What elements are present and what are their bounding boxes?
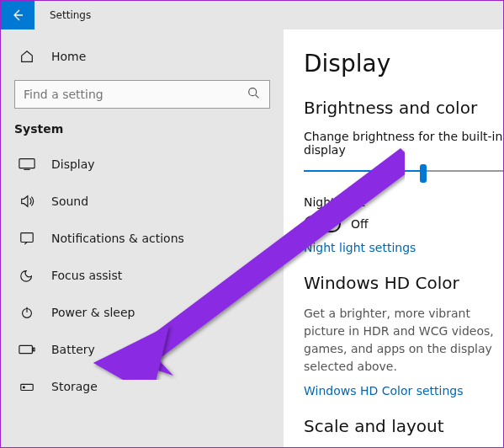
sidebar-item-label: Battery <box>51 343 95 356</box>
titlebar-title: Settings <box>50 9 91 21</box>
slider-fill <box>304 170 423 172</box>
home-icon <box>18 48 36 65</box>
night-light-toggle[interactable] <box>304 216 341 232</box>
battery-icon <box>18 344 36 355</box>
sidebar-item-label: Notifications & actions <box>51 232 184 245</box>
sidebar: Home System Display Sound Notification <box>1 29 284 447</box>
svg-rect-2 <box>21 233 33 243</box>
sidebar-item-storage[interactable]: Storage <box>1 368 284 405</box>
sidebar-item-focus-assist[interactable]: Focus assist <box>1 257 284 294</box>
power-icon <box>18 305 36 320</box>
storage-icon <box>18 379 36 394</box>
sidebar-item-label: Power & sleep <box>51 306 135 319</box>
sidebar-item-label: Sound <box>51 195 88 208</box>
sidebar-item-label: Home <box>51 50 86 63</box>
focus-assist-icon <box>18 268 36 283</box>
sidebar-item-power-sleep[interactable]: Power & sleep <box>1 294 284 331</box>
search-input[interactable] <box>14 80 270 109</box>
sidebar-item-battery[interactable]: Battery <box>1 331 284 368</box>
svg-rect-1 <box>19 159 34 168</box>
titlebar: Settings <box>1 1 503 29</box>
sidebar-item-notifications[interactable]: Notifications & actions <box>1 220 284 257</box>
night-light-label: Night light <box>304 195 503 209</box>
search-icon <box>247 86 262 104</box>
slider-thumb[interactable] <box>420 164 427 183</box>
toggle-state-label: Off <box>351 217 369 231</box>
notifications-icon <box>18 231 36 246</box>
sidebar-item-label: Storage <box>51 380 98 393</box>
svg-rect-4 <box>19 345 32 353</box>
back-arrow-icon <box>11 8 24 22</box>
brightness-label: Change brightness for the built-in displ… <box>304 130 503 157</box>
svg-point-0 <box>249 88 257 96</box>
display-icon <box>18 157 36 171</box>
night-light-settings-link[interactable]: Night light settings <box>304 241 503 254</box>
search-wrap <box>14 80 270 109</box>
section-brightness: Brightness and color <box>304 98 503 118</box>
sidebar-item-label: Display <box>51 157 95 171</box>
sidebar-group-system: System <box>14 122 284 136</box>
toggle-knob <box>307 219 317 229</box>
main-panel: Display Brightness and color Change brig… <box>284 29 503 447</box>
back-button[interactable] <box>1 1 34 29</box>
svg-rect-5 <box>33 348 34 351</box>
page-title: Display <box>304 50 503 77</box>
section-scale-layout: Scale and layout <box>304 416 503 436</box>
brightness-slider[interactable] <box>304 163 503 184</box>
sound-icon <box>18 194 36 209</box>
section-hd-color: Windows HD Color <box>304 273 503 293</box>
sidebar-item-home[interactable]: Home <box>1 41 284 72</box>
hd-color-description: Get a brighter, more vibrant picture in … <box>304 305 503 376</box>
svg-point-7 <box>24 387 25 388</box>
sidebar-item-sound[interactable]: Sound <box>1 183 284 220</box>
sidebar-item-label: Focus assist <box>51 269 122 282</box>
hd-color-settings-link[interactable]: Windows HD Color settings <box>304 384 503 397</box>
sidebar-item-display[interactable]: Display <box>1 146 284 183</box>
